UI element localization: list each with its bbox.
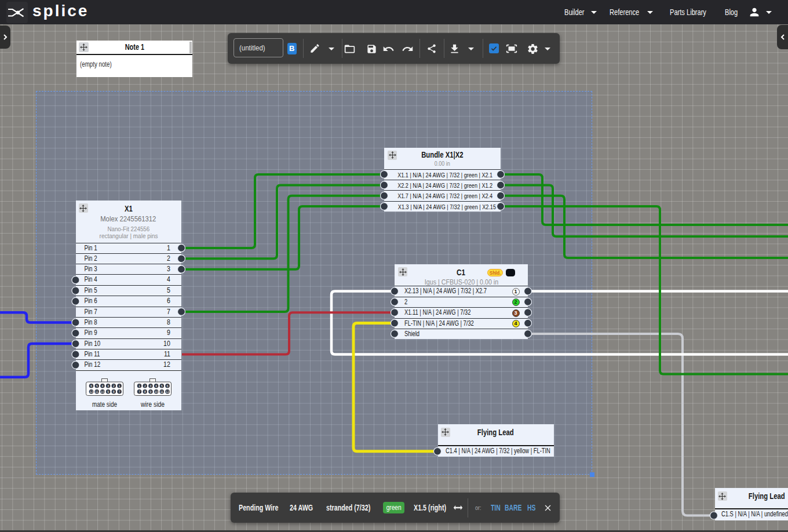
svg-text:8: 8 xyxy=(112,389,114,393)
svg-text:10: 10 xyxy=(154,389,158,393)
svg-text:6: 6 xyxy=(90,384,92,387)
svg-text:8: 8 xyxy=(144,389,145,393)
svg-text:9: 9 xyxy=(149,389,151,393)
svg-text:7: 7 xyxy=(138,389,140,393)
svg-text:7: 7 xyxy=(118,389,120,393)
svg-text:mate side: mate side xyxy=(92,400,117,408)
svg-text:2: 2 xyxy=(112,384,114,387)
svg-text:12: 12 xyxy=(165,389,169,393)
svg-text:12: 12 xyxy=(89,389,93,393)
svg-text:5: 5 xyxy=(160,384,162,387)
svg-text:9: 9 xyxy=(107,389,109,393)
svg-text:3: 3 xyxy=(149,384,151,387)
svg-text:5: 5 xyxy=(96,384,97,387)
svg-text:2: 2 xyxy=(144,384,145,387)
svg-text:4: 4 xyxy=(155,384,157,387)
svg-text:1: 1 xyxy=(118,384,120,387)
svg-text:wire side: wire side xyxy=(140,400,165,408)
svg-text:6: 6 xyxy=(166,384,168,387)
svg-text:11: 11 xyxy=(160,389,163,393)
svg-text:11: 11 xyxy=(95,389,99,393)
svg-text:3: 3 xyxy=(107,384,109,387)
svg-text:1: 1 xyxy=(138,384,140,387)
svg-text:4: 4 xyxy=(101,384,103,387)
svg-text:10: 10 xyxy=(100,389,104,393)
